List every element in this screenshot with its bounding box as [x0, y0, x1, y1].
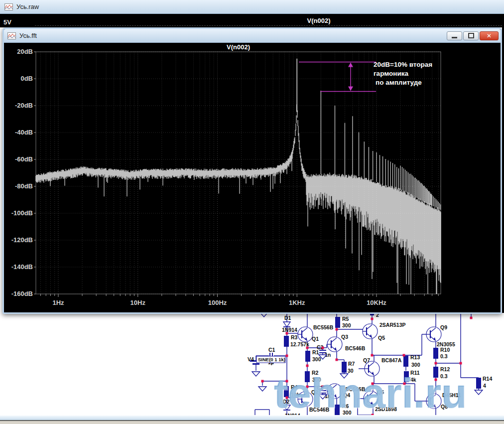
svg-text:C1: C1 — [268, 347, 275, 353]
svg-text:10KHz: 10KHz — [367, 299, 386, 306]
svg-text:-20dB: -20dB — [15, 102, 33, 109]
svg-text:-100dB: -100dB — [11, 209, 33, 217]
restore-icon — [468, 33, 474, 38]
svg-text:0dB: 0dB — [20, 75, 33, 82]
svg-text:1N914: 1N914 — [282, 327, 297, 333]
close-icon: ✕ — [487, 32, 492, 39]
svg-text:Q9: Q9 — [440, 324, 447, 330]
svg-text:0.3: 0.3 — [440, 353, 448, 359]
plot-window-icon — [7, 32, 16, 39]
fft-window-title: Усь.fft — [19, 32, 37, 39]
minimize-button[interactable] — [447, 31, 462, 40]
svg-text:300: 300 — [342, 322, 351, 328]
svg-text:1Hz: 1Hz — [52, 299, 64, 306]
svg-text:V4: V4 — [248, 356, 254, 362]
raw-plot-title: V(n002) — [285, 17, 352, 24]
svg-text:R3: R3 — [291, 334, 298, 340]
svg-text:BC847A: BC847A — [381, 357, 402, 363]
svg-text:Q5: Q5 — [378, 335, 385, 341]
svg-text:20dB=10% вторая: 20dB=10% вторая — [374, 61, 432, 68]
svg-text:-80dB: -80dB — [15, 182, 33, 190]
svg-text:гармоника: гармоника — [374, 70, 408, 77]
plot-window-icon — [4, 3, 13, 10]
svg-text:300: 300 — [312, 356, 321, 362]
raw-plot-strip[interactable]: V(n002) 5V — [0, 14, 504, 27]
raw-window-title: Усь.raw — [16, 3, 39, 10]
fft-plot-window[interactable]: Усь.fft ✕ 20dB0dB-20dB-40dB-60dB-80dB-10… — [2, 27, 502, 314]
watermark: tehnari.ru — [274, 369, 467, 415]
fft-window-titlebar[interactable]: Усь.fft ✕ — [4, 29, 501, 43]
svg-text:V(n002): V(n002) — [227, 43, 250, 51]
svg-text:R10: R10 — [440, 347, 450, 353]
raw-window-titlebar[interactable]: Усь.raw — [0, 0, 504, 14]
svg-text:R13: R13 — [410, 354, 420, 360]
close-button[interactable]: ✕ — [480, 31, 499, 40]
svg-text:300: 300 — [411, 362, 420, 368]
svg-text:-160dB: -160dB — [11, 290, 33, 297]
svg-text:R14: R14 — [483, 376, 492, 382]
svg-text:10Hz: 10Hz — [130, 299, 146, 306]
svg-text:4: 4 — [483, 383, 486, 389]
minimize-icon — [452, 37, 457, 38]
svg-text:BC546B: BC546B — [345, 345, 366, 351]
svg-text:2N3055: 2N3055 — [437, 341, 455, 347]
raw-y-axis-label: 5V — [3, 18, 11, 26]
svg-text:1KHz: 1KHz — [289, 299, 305, 306]
svg-text:-40dB: -40dB — [15, 129, 33, 136]
svg-text:Q1: Q1 — [312, 336, 319, 342]
fft-plot-svg: 20dB0dB-20dB-40dB-60dB-80dB-100dB-120dB-… — [4, 43, 501, 312]
svg-text:Q7: Q7 — [363, 357, 370, 363]
svg-text:100Hz: 100Hz — [208, 299, 227, 306]
svg-text:по амплитуде: по амплитуде — [376, 79, 422, 86]
svg-text:-140dB: -140dB — [11, 263, 33, 271]
window-bottom-frame — [0, 415, 504, 420]
svg-text:R5: R5 — [342, 316, 349, 322]
svg-text:20dB: 20dB — [17, 48, 33, 55]
svg-text:-120dB: -120dB — [11, 236, 33, 244]
svg-text:Q3: Q3 — [341, 334, 348, 340]
svg-text:R7: R7 — [348, 361, 355, 367]
fft-plot-area[interactable]: 20dB0dB-20dB-40dB-60dB-80dB-100dB-120dB-… — [4, 43, 501, 312]
svg-text:SINE(0 1 1k): SINE(0 1 1k) — [258, 357, 285, 362]
desktop-strip — [0, 421, 504, 424]
restore-button[interactable] — [463, 31, 479, 40]
raw-gridline — [35, 25, 502, 26]
raw-plot-right-sliver — [502, 27, 504, 313]
svg-text:-60dB: -60dB — [15, 155, 33, 163]
svg-text:BC556B: BC556B — [313, 324, 334, 330]
svg-text:D1: D1 — [284, 315, 291, 321]
svg-text:2SAR513P: 2SAR513P — [379, 322, 406, 328]
svg-text:12.757k: 12.757k — [290, 341, 309, 347]
